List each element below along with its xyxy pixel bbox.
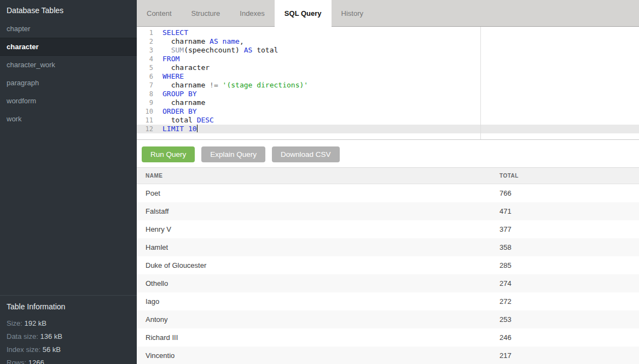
result-name-cell: Duke of Gloucester	[137, 261, 499, 269]
sidebar-item-chapter[interactable]: chapter	[0, 20, 137, 38]
info-label: Rows:	[7, 359, 28, 364]
code-token: !=	[210, 81, 218, 89]
result-name-cell: Iago	[137, 297, 499, 306]
tab-sql-query[interactable]: SQL Query	[275, 0, 332, 27]
tab-content[interactable]: Content	[137, 0, 182, 27]
code-line: 3 SUM(speechcount) AS total	[137, 46, 639, 55]
results-header-row: NAME TOTAL	[137, 167, 639, 184]
result-name-cell: Poet	[137, 189, 499, 197]
code-line: 1SELECT	[137, 28, 639, 37]
code-token: '(stage directions)'	[223, 81, 309, 89]
code-line: 9 charname	[137, 98, 639, 107]
result-row: Iago 272	[137, 292, 639, 310]
results-body: Poet 766 Falstaff 471 Henry V 377 Hamlet…	[137, 184, 639, 364]
code-token: (speechcount)	[184, 46, 244, 54]
query-actions-bar: Run QueryExplain QueryDownload CSV	[137, 140, 639, 167]
line-number: 11	[137, 116, 153, 125]
code-token	[218, 81, 223, 89]
line-number: 4	[137, 55, 153, 63]
result-total-cell: 285	[499, 261, 639, 269]
info-value: 1266	[28, 359, 44, 364]
line-number: 9	[137, 98, 153, 107]
sidebar: Database Tables chaptercharactercharacte…	[0, 0, 137, 364]
code-token: DESC	[197, 116, 214, 124]
info-label: Size:	[7, 319, 25, 327]
sidebar-item-character_work[interactable]: character_work	[0, 56, 137, 74]
code-text: SELECT	[162, 28, 188, 37]
sidebar-item-work[interactable]: work	[0, 110, 137, 128]
result-total-cell: 377	[499, 225, 639, 233]
tab-structure[interactable]: Structure	[182, 0, 230, 27]
line-number: 7	[137, 81, 153, 90]
table-information-rows: Size: 192 kBData size: 136 kBIndex size:…	[7, 317, 130, 364]
code-token: 10	[188, 125, 197, 133]
code-token: charname	[162, 37, 210, 45]
code-token: character	[162, 63, 210, 72]
code-text: SUM(speechcount) AS total	[162, 46, 278, 54]
code-line: 10ORDER BY	[137, 107, 639, 116]
info-label: Index size:	[7, 345, 43, 354]
result-total-cell: 253	[499, 315, 639, 324]
code-token	[184, 125, 188, 133]
code-token: GROUP BY	[162, 90, 197, 98]
line-number: 5	[137, 63, 153, 72]
code-line: 12LIMIT 10	[137, 125, 639, 133]
code-text: charname	[162, 98, 205, 107]
code-line: 4FROM	[137, 55, 639, 63]
line-number: 6	[137, 72, 153, 81]
tab-history[interactable]: History	[332, 0, 373, 27]
tab-indexes[interactable]: Indexes	[230, 0, 275, 27]
table-information-panel: Table Information Size: 192 kBData size:…	[0, 295, 137, 364]
editor-ruler-line	[480, 27, 481, 139]
code-token: AS	[210, 37, 218, 45]
sql-editor[interactable]: 1SELECT2 charname AS name,3 SUM(speechco…	[137, 27, 639, 140]
result-total-cell: 766	[499, 189, 639, 197]
code-token	[162, 46, 171, 54]
result-row: Duke of Gloucester 285	[137, 256, 639, 274]
text-cursor	[197, 125, 197, 132]
result-name-cell: Henry V	[137, 225, 499, 233]
info-value: 56 kB	[43, 345, 61, 354]
table-information-title: Table Information	[7, 302, 130, 311]
info-label: Data size:	[7, 332, 40, 340]
main-panel: ContentStructureIndexesSQL QueryHistory …	[137, 0, 639, 364]
code-text: total DESC	[162, 116, 214, 124]
code-line: 5 character	[137, 63, 639, 72]
code-token: name	[223, 37, 240, 45]
code-line: 11 total DESC	[137, 116, 639, 125]
code-token: LIMIT	[162, 125, 184, 133]
sidebar-title: Database Tables	[0, 0, 137, 20]
sidebar-item-character[interactable]: character	[0, 38, 137, 56]
line-number: 12	[137, 125, 153, 133]
info-row: Index size: 56 kB	[7, 343, 130, 356]
result-row: Falstaff 471	[137, 202, 639, 220]
code-token: SUM	[171, 46, 184, 54]
result-total-cell: 274	[499, 279, 639, 287]
line-number: 1	[137, 28, 153, 37]
run-query-button[interactable]: Run Query	[142, 146, 195, 162]
code-token: charname	[162, 81, 210, 89]
result-row: Henry V 377	[137, 220, 639, 238]
result-name-cell: Othello	[137, 279, 499, 287]
result-total-cell: 471	[499, 207, 639, 215]
line-number: 2	[137, 37, 153, 46]
result-name-cell: Hamlet	[137, 243, 499, 251]
result-name-cell: Richard III	[137, 333, 499, 342]
result-row: Antony 253	[137, 310, 639, 328]
sql-code: 1SELECT2 charname AS name,3 SUM(speechco…	[137, 27, 639, 133]
code-token: ,	[240, 37, 244, 45]
info-row: Rows: 1266	[7, 356, 130, 364]
download-csv-button[interactable]: Download CSV	[272, 146, 340, 162]
line-number: 10	[137, 107, 153, 116]
result-total-cell: 246	[499, 333, 639, 342]
result-total-cell: 358	[499, 243, 639, 251]
sidebar-item-wordform[interactable]: wordform	[0, 92, 137, 110]
result-total-cell: 217	[499, 351, 639, 360]
explain-query-button[interactable]: Explain Query	[201, 146, 265, 162]
code-token: total	[252, 46, 278, 54]
table-list: chaptercharactercharacter_workparagraphw…	[0, 20, 137, 128]
info-value: 136 kB	[40, 332, 62, 340]
result-row: Richard III 246	[137, 328, 639, 347]
result-row: Poet 766	[137, 184, 639, 202]
sidebar-item-paragraph[interactable]: paragraph	[0, 74, 137, 92]
